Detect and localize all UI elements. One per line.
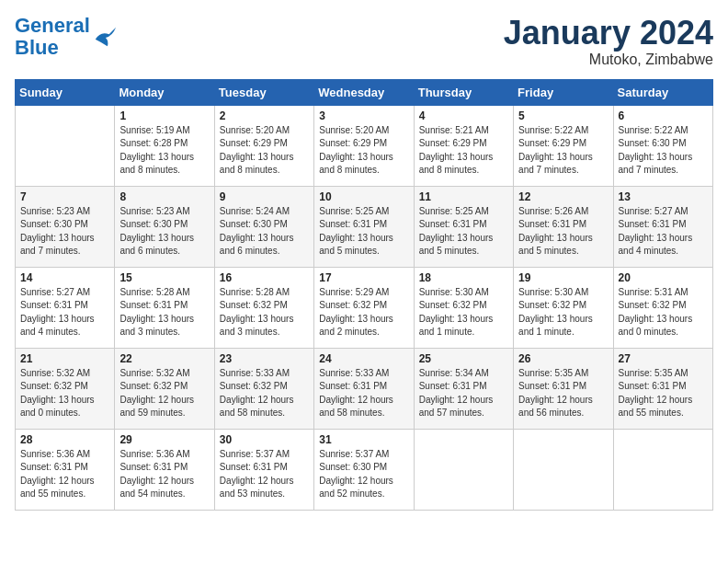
day-info: Sunrise: 5:36 AM Sunset: 6:31 PM Dayligh… bbox=[119, 448, 209, 501]
calendar-cell: 19Sunrise: 5:30 AM Sunset: 6:32 PM Dayli… bbox=[514, 267, 613, 348]
day-number: 22 bbox=[119, 352, 209, 365]
day-number: 18 bbox=[419, 271, 508, 284]
day-number: 14 bbox=[20, 271, 109, 284]
day-info: Sunrise: 5:27 AM Sunset: 6:31 PM Dayligh… bbox=[619, 205, 708, 259]
day-number: 24 bbox=[319, 352, 408, 365]
month-title: January 2024 bbox=[504, 15, 713, 52]
day-number: 8 bbox=[119, 190, 209, 203]
logo-line2: Blue bbox=[15, 36, 59, 59]
day-info: Sunrise: 5:32 AM Sunset: 6:32 PM Dayligh… bbox=[20, 367, 109, 420]
day-number: 16 bbox=[220, 271, 309, 284]
day-info: Sunrise: 5:20 AM Sunset: 6:29 PM Dayligh… bbox=[319, 124, 408, 178]
day-info: Sunrise: 5:21 AM Sunset: 6:29 PM Dayligh… bbox=[419, 124, 508, 178]
day-number: 26 bbox=[518, 352, 608, 365]
logo-text: General Blue bbox=[15, 15, 90, 59]
day-info: Sunrise: 5:19 AM Sunset: 6:28 PM Dayligh… bbox=[119, 124, 209, 178]
day-info: Sunrise: 5:26 AM Sunset: 6:31 PM Dayligh… bbox=[518, 205, 608, 259]
header-day-thursday: Thursday bbox=[414, 79, 513, 105]
day-info: Sunrise: 5:25 AM Sunset: 6:31 PM Dayligh… bbox=[419, 205, 508, 259]
header-day-monday: Monday bbox=[115, 79, 214, 105]
calendar-cell: 28Sunrise: 5:36 AM Sunset: 6:31 PM Dayli… bbox=[16, 429, 115, 510]
calendar-cell: 6Sunrise: 5:22 AM Sunset: 6:30 PM Daylig… bbox=[613, 105, 712, 186]
week-row-5: 28Sunrise: 5:36 AM Sunset: 6:31 PM Dayli… bbox=[16, 429, 713, 510]
day-info: Sunrise: 5:30 AM Sunset: 6:32 PM Dayligh… bbox=[518, 286, 608, 339]
calendar-cell: 31Sunrise: 5:37 AM Sunset: 6:30 PM Dayli… bbox=[314, 429, 414, 510]
day-info: Sunrise: 5:35 AM Sunset: 6:31 PM Dayligh… bbox=[619, 367, 708, 420]
day-number: 2 bbox=[220, 109, 309, 122]
calendar-table: SundayMondayTuesdayWednesdayThursdayFrid… bbox=[15, 79, 713, 511]
day-info: Sunrise: 5:20 AM Sunset: 6:29 PM Dayligh… bbox=[220, 124, 309, 178]
calendar-cell: 8Sunrise: 5:23 AM Sunset: 6:30 PM Daylig… bbox=[115, 186, 214, 267]
calendar-cell: 5Sunrise: 5:22 AM Sunset: 6:29 PM Daylig… bbox=[514, 105, 613, 186]
calendar-cell bbox=[514, 429, 613, 510]
day-number: 15 bbox=[119, 271, 209, 284]
day-number: 10 bbox=[319, 190, 408, 203]
calendar-cell: 7Sunrise: 5:23 AM Sunset: 6:30 PM Daylig… bbox=[16, 186, 115, 267]
header-day-saturday: Saturday bbox=[613, 79, 712, 105]
calendar-cell: 23Sunrise: 5:33 AM Sunset: 6:32 PM Dayli… bbox=[214, 348, 313, 429]
week-row-4: 21Sunrise: 5:32 AM Sunset: 6:32 PM Dayli… bbox=[16, 348, 713, 429]
day-number: 11 bbox=[419, 190, 508, 203]
calendar-cell: 21Sunrise: 5:32 AM Sunset: 6:32 PM Dayli… bbox=[16, 348, 115, 429]
header-day-friday: Friday bbox=[514, 79, 613, 105]
day-info: Sunrise: 5:32 AM Sunset: 6:32 PM Dayligh… bbox=[119, 367, 209, 420]
calendar-cell bbox=[414, 429, 513, 510]
day-info: Sunrise: 5:37 AM Sunset: 6:30 PM Dayligh… bbox=[319, 448, 408, 501]
calendar-cell: 20Sunrise: 5:31 AM Sunset: 6:32 PM Dayli… bbox=[613, 267, 712, 348]
calendar-cell bbox=[613, 429, 712, 510]
calendar-cell: 25Sunrise: 5:34 AM Sunset: 6:31 PM Dayli… bbox=[414, 348, 513, 429]
calendar-cell: 27Sunrise: 5:35 AM Sunset: 6:31 PM Dayli… bbox=[613, 348, 712, 429]
day-number: 30 bbox=[220, 433, 309, 446]
day-info: Sunrise: 5:37 AM Sunset: 6:31 PM Dayligh… bbox=[220, 448, 309, 501]
location: Mutoko, Zimbabwe bbox=[504, 52, 713, 68]
day-number: 17 bbox=[319, 271, 408, 284]
calendar-cell: 3Sunrise: 5:20 AM Sunset: 6:29 PM Daylig… bbox=[314, 105, 414, 186]
day-info: Sunrise: 5:31 AM Sunset: 6:32 PM Dayligh… bbox=[619, 286, 708, 339]
day-info: Sunrise: 5:22 AM Sunset: 6:29 PM Dayligh… bbox=[518, 124, 608, 178]
day-number: 5 bbox=[518, 109, 608, 122]
day-info: Sunrise: 5:28 AM Sunset: 6:32 PM Dayligh… bbox=[220, 286, 309, 339]
day-number: 31 bbox=[319, 433, 408, 446]
title-block: January 2024 Mutoko, Zimbabwe bbox=[504, 15, 713, 68]
day-number: 3 bbox=[319, 109, 408, 122]
day-number: 25 bbox=[419, 352, 508, 365]
day-info: Sunrise: 5:33 AM Sunset: 6:31 PM Dayligh… bbox=[319, 367, 408, 420]
day-info: Sunrise: 5:22 AM Sunset: 6:30 PM Dayligh… bbox=[619, 124, 708, 178]
day-number: 13 bbox=[619, 190, 708, 203]
calendar-cell: 13Sunrise: 5:27 AM Sunset: 6:31 PM Dayli… bbox=[613, 186, 712, 267]
logo-bird-icon bbox=[92, 24, 118, 50]
calendar-cell: 26Sunrise: 5:35 AM Sunset: 6:31 PM Dayli… bbox=[514, 348, 613, 429]
day-number: 20 bbox=[619, 271, 708, 284]
day-info: Sunrise: 5:34 AM Sunset: 6:31 PM Dayligh… bbox=[419, 367, 508, 420]
calendar-cell: 24Sunrise: 5:33 AM Sunset: 6:31 PM Dayli… bbox=[314, 348, 414, 429]
calendar-cell: 17Sunrise: 5:29 AM Sunset: 6:32 PM Dayli… bbox=[314, 267, 414, 348]
header-row: SundayMondayTuesdayWednesdayThursdayFrid… bbox=[16, 79, 713, 105]
calendar-cell: 2Sunrise: 5:20 AM Sunset: 6:29 PM Daylig… bbox=[214, 105, 313, 186]
day-number: 7 bbox=[20, 190, 109, 203]
day-info: Sunrise: 5:23 AM Sunset: 6:30 PM Dayligh… bbox=[20, 205, 109, 259]
week-row-1: 1Sunrise: 5:19 AM Sunset: 6:28 PM Daylig… bbox=[16, 105, 713, 186]
day-number: 12 bbox=[518, 190, 608, 203]
day-info: Sunrise: 5:28 AM Sunset: 6:31 PM Dayligh… bbox=[119, 286, 209, 339]
calendar-cell: 16Sunrise: 5:28 AM Sunset: 6:32 PM Dayli… bbox=[214, 267, 313, 348]
day-info: Sunrise: 5:23 AM Sunset: 6:30 PM Dayligh… bbox=[119, 205, 209, 259]
calendar-cell: 11Sunrise: 5:25 AM Sunset: 6:31 PM Dayli… bbox=[414, 186, 513, 267]
calendar-cell: 22Sunrise: 5:32 AM Sunset: 6:32 PM Dayli… bbox=[115, 348, 214, 429]
day-info: Sunrise: 5:29 AM Sunset: 6:32 PM Dayligh… bbox=[319, 286, 408, 339]
calendar-body: 1Sunrise: 5:19 AM Sunset: 6:28 PM Daylig… bbox=[16, 105, 713, 510]
calendar-header: SundayMondayTuesdayWednesdayThursdayFrid… bbox=[16, 79, 713, 105]
calendar-cell: 14Sunrise: 5:27 AM Sunset: 6:31 PM Dayli… bbox=[16, 267, 115, 348]
day-number: 21 bbox=[20, 352, 109, 365]
day-number: 9 bbox=[220, 190, 309, 203]
week-row-2: 7Sunrise: 5:23 AM Sunset: 6:30 PM Daylig… bbox=[16, 186, 713, 267]
header-day-tuesday: Tuesday bbox=[214, 79, 313, 105]
day-number: 6 bbox=[619, 109, 708, 122]
calendar-cell bbox=[16, 105, 115, 186]
calendar-cell: 12Sunrise: 5:26 AM Sunset: 6:31 PM Dayli… bbox=[514, 186, 613, 267]
day-info: Sunrise: 5:30 AM Sunset: 6:32 PM Dayligh… bbox=[419, 286, 508, 339]
logo: General Blue bbox=[15, 15, 118, 59]
calendar-cell: 30Sunrise: 5:37 AM Sunset: 6:31 PM Dayli… bbox=[214, 429, 313, 510]
calendar-cell: 29Sunrise: 5:36 AM Sunset: 6:31 PM Dayli… bbox=[115, 429, 214, 510]
calendar-cell: 9Sunrise: 5:24 AM Sunset: 6:30 PM Daylig… bbox=[214, 186, 313, 267]
calendar-cell: 10Sunrise: 5:25 AM Sunset: 6:31 PM Dayli… bbox=[314, 186, 414, 267]
